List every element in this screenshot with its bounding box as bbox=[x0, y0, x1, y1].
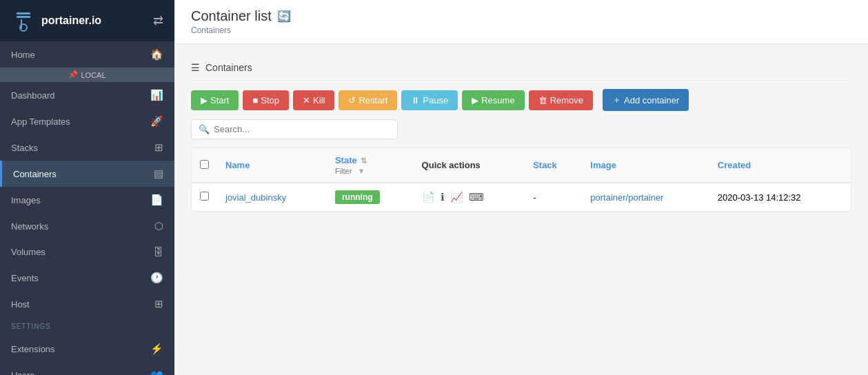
restart-button[interactable]: ↺ Restart bbox=[339, 90, 397, 110]
pin-icon: 📌 bbox=[68, 70, 78, 79]
row-created-cell: 2020-03-13 14:12:32 bbox=[709, 183, 851, 212]
table-header-row: Name State ⇅ Filter ▼ bbox=[192, 148, 851, 183]
pause-button[interactable]: ⏸ Pause bbox=[401, 90, 458, 110]
resume-icon: ▶ bbox=[472, 95, 478, 105]
svg-rect-2 bbox=[17, 16, 30, 18]
row-quick-actions-cell: 📄 ℹ 📈 ⌨ bbox=[414, 183, 525, 212]
sidebar: portainer.io ⇄ Home 🏠 📌 LOCAL Dashboard … bbox=[0, 0, 174, 375]
remove-button[interactable]: 🗑 Remove bbox=[529, 90, 593, 110]
sidebar-item-events[interactable]: Events 🕐 bbox=[0, 265, 174, 291]
search-box: 🔍 bbox=[191, 119, 398, 139]
add-icon: ＋ bbox=[612, 94, 621, 106]
list-icon: ☰ bbox=[191, 62, 200, 73]
row-stack-cell: - bbox=[525, 183, 582, 212]
host-icon: ⊞ bbox=[154, 298, 163, 310]
image-link[interactable]: portainer/portainer bbox=[590, 192, 663, 203]
containers-table: Name State ⇅ Filter ▼ bbox=[191, 148, 851, 212]
sidebar-item-volumes[interactable]: Volumes 🗄 bbox=[0, 239, 174, 265]
restart-icon: ↺ bbox=[348, 95, 356, 105]
select-all-col bbox=[192, 148, 217, 183]
local-badge: 📌 LOCAL bbox=[0, 68, 174, 82]
kill-icon: ✕ bbox=[303, 95, 310, 105]
stop-icon: ■ bbox=[252, 95, 258, 105]
logs-icon[interactable]: 📄 bbox=[422, 191, 435, 203]
volumes-icon: 🗄 bbox=[153, 246, 163, 258]
sidebar-item-images[interactable]: Images 📄 bbox=[0, 187, 174, 213]
sidebar-item-app-templates[interactable]: App Templates 🚀 bbox=[0, 108, 174, 134]
table-row: jovial_dubinsky running 📄 ℹ 📈 ⌨ bbox=[192, 183, 851, 212]
start-icon: ▶ bbox=[201, 95, 208, 105]
app-name: portainer.io bbox=[41, 14, 101, 27]
select-all-checkbox[interactable] bbox=[200, 160, 209, 169]
row-name-cell: jovial_dubinsky bbox=[217, 183, 327, 212]
rocket-icon: 🚀 bbox=[150, 115, 163, 128]
sidebar-item-extensions[interactable]: Extensions ⚡ bbox=[0, 336, 174, 362]
row-image-cell: portainer/portainer bbox=[582, 183, 709, 212]
images-icon: 📄 bbox=[150, 194, 163, 206]
action-toolbar: ▶ Start ■ Stop ✕ Kill ↺ Restart ⏸ Pause … bbox=[191, 89, 851, 111]
remove-icon: 🗑 bbox=[538, 95, 547, 105]
start-button[interactable]: ▶ Start bbox=[191, 90, 239, 110]
svg-rect-0 bbox=[11, 8, 36, 33]
add-container-button[interactable]: ＋ Add container bbox=[603, 89, 689, 111]
pause-icon: ⏸ bbox=[411, 95, 420, 105]
sidebar-item-home[interactable]: Home 🏠 bbox=[0, 41, 174, 68]
search-input[interactable] bbox=[214, 124, 390, 134]
svg-rect-1 bbox=[17, 12, 30, 14]
col-name[interactable]: Name bbox=[217, 148, 327, 183]
topbar: Container list 🔄 Containers bbox=[174, 0, 868, 44]
page-title: Container list bbox=[191, 8, 272, 24]
col-quick-actions: Quick actions bbox=[414, 148, 525, 183]
col-stack[interactable]: Stack bbox=[525, 148, 582, 183]
logo-area: portainer.io ⇄ bbox=[0, 0, 174, 41]
stats-icon[interactable]: 📈 bbox=[450, 191, 463, 203]
events-icon: 🕐 bbox=[150, 272, 163, 284]
refresh-icon[interactable]: 🔄 bbox=[277, 10, 291, 23]
transfer-icon[interactable]: ⇄ bbox=[153, 13, 163, 28]
section-header: ☰ Containers bbox=[191, 55, 851, 81]
stop-button[interactable]: ■ Stop bbox=[243, 90, 289, 110]
networks-icon: ⬡ bbox=[154, 220, 163, 232]
sidebar-item-containers[interactable]: Containers ▤ bbox=[0, 161, 174, 187]
state-badge: running bbox=[335, 190, 380, 204]
kill-button[interactable]: ✕ Kill bbox=[293, 90, 334, 110]
containers-icon: ▤ bbox=[154, 168, 163, 180]
inspect-icon[interactable]: ℹ bbox=[441, 191, 445, 203]
col-state[interactable]: State ⇅ Filter ▼ bbox=[327, 148, 414, 183]
extensions-icon: ⚡ bbox=[150, 343, 163, 355]
col-created[interactable]: Created bbox=[709, 148, 851, 183]
sidebar-item-networks[interactable]: Networks ⬡ bbox=[0, 213, 174, 239]
content-area: ☰ Containers ▶ Start ■ Stop ✕ Kill ↺ Res… bbox=[174, 44, 868, 223]
main-content: Container list 🔄 Containers ☰ Containers… bbox=[174, 0, 868, 375]
filter-icon: ▼ bbox=[357, 167, 365, 175]
quick-actions-group: 📄 ℹ 📈 ⌨ bbox=[422, 191, 517, 203]
exec-icon[interactable]: ⌨ bbox=[469, 191, 484, 203]
stacks-icon: ⊞ bbox=[154, 141, 163, 154]
home-icon: 🏠 bbox=[150, 48, 163, 61]
col-image[interactable]: Image bbox=[582, 148, 709, 183]
resume-button[interactable]: ▶ Resume bbox=[462, 90, 524, 110]
row-state-cell: running bbox=[327, 183, 414, 212]
search-icon: 🔍 bbox=[199, 124, 210, 134]
row-checkbox[interactable] bbox=[200, 192, 209, 201]
users-icon: 👥 bbox=[150, 369, 163, 375]
sidebar-item-users[interactable]: Users 👥 bbox=[0, 362, 174, 375]
container-name-link[interactable]: jovial_dubinsky bbox=[225, 192, 286, 203]
dashboard-icon: 📊 bbox=[150, 89, 163, 101]
state-sort-icon: ⇅ bbox=[361, 156, 367, 165]
logo-icon bbox=[11, 8, 36, 33]
sidebar-item-dashboard[interactable]: Dashboard 📊 bbox=[0, 82, 174, 108]
sidebar-item-host[interactable]: Host ⊞ bbox=[0, 291, 174, 317]
sidebar-item-stacks[interactable]: Stacks ⊞ bbox=[0, 134, 174, 161]
row-checkbox-cell bbox=[192, 183, 217, 212]
settings-section-label: SETTINGS bbox=[0, 317, 174, 336]
breadcrumb: Containers bbox=[191, 26, 851, 35]
